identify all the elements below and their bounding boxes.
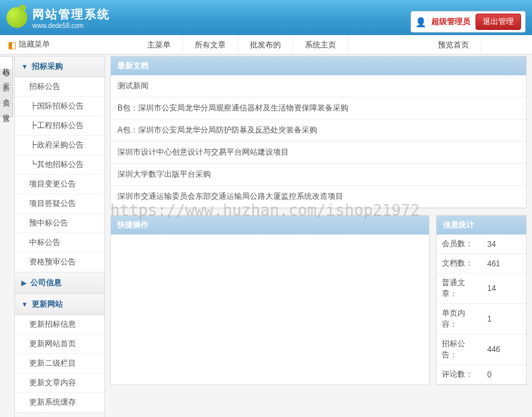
stats-table: 会员数：34文档数：461普通文章：14单页内容：1招标公告：446评论数：0 [437,234,526,385]
doc-item[interactable]: 深圳大学数字出版平台采购 [111,164,526,186]
sidebar-section-1: ▶公司信息 [15,273,104,294]
sidebar-header-3[interactable]: ▶文件管理 [15,413,104,417]
stats-label: 招标公告： [437,335,482,365]
sidebar-item[interactable]: 中标公告 [15,233,104,253]
sidebar-section-2: ▼更新网站更新招标信息更新网站首页更新二级栏目更新文章内容更新系统缓存 [15,294,104,413]
sidebar-item[interactable]: 项目答疑公告 [15,194,104,214]
nav-item-preview[interactable]: 预览首页 [426,35,481,55]
sidebar-item[interactable]: 预中标公告 [15,214,104,233]
stats-value: 1 [482,304,526,335]
sidebar-item[interactable]: 项目变更公告 [15,175,104,194]
nav-item-2[interactable]: 批发布的 [238,35,293,55]
sidebar-items-0: 招标公告┣国际招标公告┣工程招标公告┣政府采购公告┗其他招标公告项目变更公告项目… [15,77,104,272]
sidebar-section-0: ▼招标采购招标公告┣国际招标公告┣工程招标公告┣政府采购公告┗其他招标公告项目变… [15,57,104,273]
sidebar-header-label: 公司信息 [30,277,62,288]
sidebar-item[interactable]: ┣政府采购公告 [15,136,104,155]
user-name: 超级管理员 [431,16,470,27]
logout-button[interactable]: 退出管理 [476,14,521,30]
sidebar-header-0[interactable]: ▼招标采购 [15,57,104,77]
doc-item[interactable]: B包：深圳市公安局龙华分局观察通信器材及生活物资保障装备采购 [111,97,526,120]
stats-title: 信息统计 [437,216,526,234]
stats-row: 单页内容：1 [437,304,526,335]
recent-docs-title: 最新文档 [111,57,526,75]
stats-label: 单页内容： [437,304,482,335]
logo-area: 网站管理系统 www.dede58.com [6,6,110,29]
stats-row: 普通文章：14 [437,273,526,304]
sidebar-item[interactable]: 更新二级栏目 [15,354,104,373]
sidebar-item[interactable]: ┣工程招标公告 [15,116,104,136]
sidebar-items-2: 更新招标信息更新网站首页更新二级栏目更新文章内容更新系统缓存 [15,315,104,412]
sidebar-header-2[interactable]: ▼更新网站 [15,294,104,315]
stats-label: 会员数： [437,234,482,254]
left-tab-1[interactable]: 更新 [0,71,13,86]
header-user-area: 👤 超级管理员 退出管理 [411,11,526,32]
logo-text: 网站管理系统 www.dede58.com [32,6,110,29]
user-icon: 👤 [415,17,426,27]
nav-item-3[interactable]: 系统主页 [293,35,348,55]
sidebar-item[interactable]: 更新招标信息 [15,315,104,335]
stats-row: 招标公告：446 [437,335,526,365]
stats-panel: 信息统计 会员数：34文档数：461普通文章：14单页内容：1招标公告：446评… [436,215,527,385]
quick-ops-title: 快捷操作 [111,216,429,234]
quick-ops-panel: 快捷操作 [110,215,429,385]
stats-label: 普通文章： [437,273,482,304]
stats-label: 评论数： [437,365,482,385]
app-header: 网站管理系统 www.dede58.com 👤 超级管理员 退出管理 [0,0,532,35]
left-tab-0[interactable]: 核心 [0,56,13,70]
app-subtitle: www.dede58.com [32,22,110,29]
doc-item[interactable]: 深圳市设计中心创意设计与交易平台网站建设项目 [111,142,526,164]
stats-value: 34 [482,234,526,254]
doc-item[interactable]: 深圳市交通运输委员会东部交通运输局公路大厦监控系统改造项目 [111,186,526,208]
sidebar-item[interactable]: 资格预审公告 [15,253,104,272]
left-tabs: 核心更新会员设置 [0,56,13,118]
stats-value: 446 [482,335,526,365]
sidebar-header-label: 招标采购 [32,61,63,72]
hide-menu-label: 隐藏菜单 [19,39,50,50]
nav-item-0[interactable]: 主菜单 [136,35,183,55]
sidebar-header-1[interactable]: ▶公司信息 [15,273,104,294]
chevron-down-icon: ▼ [21,301,28,308]
stats-value: 461 [482,254,526,273]
recent-docs-panel: 最新文档 测试新闻B包：深圳市公安局龙华分局观察通信器材及生活物资保障装备采购A… [110,56,527,208]
chevron-right-icon: ▶ [21,279,27,286]
bottom-row: 快捷操作 信息统计 会员数：34文档数：461普通文章：14单页内容：1招标公告… [110,215,527,392]
chevron-down-icon: ▼ [21,63,28,70]
nav-items: 主菜单所有文章批发布的系统主页预览首页 [136,35,481,55]
left-tab-2[interactable]: 会员 [0,87,13,101]
doc-list: 测试新闻B包：深圳市公安局龙华分局观察通信器材及生活物资保障装备采购A包：深圳市… [111,75,526,208]
stats-value: 0 [482,365,526,385]
sidebar-item[interactable]: 更新文章内容 [15,373,104,393]
sidebar-item[interactable]: 招标公告 [15,77,104,97]
hide-menu-toggle[interactable]: ◧ 隐藏菜单 [0,39,58,50]
sidebar-item[interactable]: ┣国际招标公告 [15,97,104,116]
stats-row: 评论数：0 [437,365,526,385]
left-tab-3[interactable]: 设置 [0,103,13,117]
stats-label: 文档数： [437,254,482,273]
sidebar: ▼招标采购招标公告┣国际招标公告┣工程招标公告┣政府采购公告┗其他招标公告项目变… [14,56,105,417]
main-content: 最新文档 测试新闻B包：深圳市公安局龙华分局观察通信器材及生活物资保障装备采购A… [110,56,527,412]
logo-icon [6,7,27,28]
sidebar-item[interactable]: 更新网站首页 [15,335,104,354]
sidebar-item[interactable]: ┗其他招标公告 [15,155,104,175]
stats-row: 文档数：461 [437,254,526,273]
sidebar-item[interactable]: 更新系统缓存 [15,393,104,412]
doc-item[interactable]: 测试新闻 [111,75,526,97]
nav-item-1[interactable]: 所有文章 [183,35,238,55]
navbar: ◧ 隐藏菜单 主菜单所有文章批发布的系统主页预览首页 [0,35,532,55]
hide-menu-icon: ◧ [8,40,16,50]
sidebar-header-label: 更新网站 [32,299,63,310]
stats-value: 14 [482,273,526,304]
app-title: 网站管理系统 [32,6,110,22]
stats-row: 会员数：34 [437,234,526,254]
sidebar-section-3: ▶文件管理 [15,413,104,417]
doc-item[interactable]: A包：深圳市公安局龙华分局防护防暴及反恐处突装备采购 [111,120,526,142]
